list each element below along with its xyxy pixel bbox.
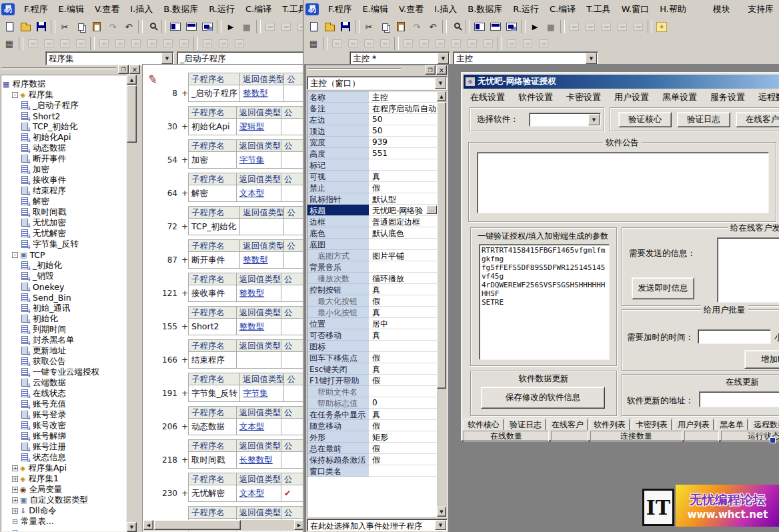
return-type-cell[interactable]: 长整数型 bbox=[237, 451, 281, 469]
find-icon[interactable] bbox=[448, 19, 464, 34]
debug-run-icon[interactable] bbox=[566, 19, 582, 34]
debug-run-icon[interactable] bbox=[262, 19, 278, 34]
tab-3[interactable]: 软件列表 bbox=[590, 419, 630, 430]
run-icon[interactable]: ▶ bbox=[223, 19, 239, 34]
subroutine-name-cell[interactable]: 接收事件 bbox=[188, 285, 237, 302]
tab-6[interactable]: 黑名单 bbox=[716, 419, 748, 430]
property-value[interactable] bbox=[369, 386, 438, 397]
property-row[interactable]: 最大化按钮假 bbox=[307, 295, 438, 307]
subroutine-name-cell[interactable]: 字节集_反转 bbox=[188, 385, 240, 402]
chevron-down-icon[interactable]: ▼ bbox=[588, 114, 600, 125]
fold-plus[interactable]: + bbox=[181, 155, 188, 165]
menu-item-2[interactable]: V.查看 bbox=[89, 2, 125, 17]
property-value[interactable] bbox=[369, 261, 438, 273]
property-row[interactable]: 帮助文件名 bbox=[307, 386, 438, 397]
fold-plus[interactable]: + bbox=[181, 422, 188, 431]
property-row[interactable]: 底图方式图片平铺 bbox=[307, 250, 438, 261]
public-flag-cell[interactable] bbox=[281, 318, 305, 335]
find-icon[interactable] bbox=[144, 19, 160, 34]
return-type-cell[interactable]: 文本型 bbox=[237, 185, 281, 202]
view-button-2[interactable]: 在线客户 bbox=[736, 112, 779, 127]
tree-item[interactable]: 接收事件 bbox=[1, 175, 126, 185]
property-value[interactable]: 普通固定边框 bbox=[369, 216, 438, 227]
stop-icon[interactable]: ■ bbox=[543, 19, 559, 34]
property-row[interactable]: 可否移动真 bbox=[307, 329, 438, 341]
make-same-size-icon[interactable] bbox=[480, 36, 496, 51]
property-value[interactable]: 居中 bbox=[369, 318, 438, 329]
form-menu-item-2[interactable]: 卡密设置 bbox=[560, 90, 608, 105]
property-value[interactable]: 无忧吧-网络验… bbox=[369, 205, 438, 216]
property-value[interactable]: 在程序启动后自动 bbox=[369, 103, 438, 114]
layout-vertical-icon[interactable] bbox=[167, 19, 183, 34]
tree-item[interactable]: -▣TCP bbox=[1, 249, 126, 260]
menu-item-7[interactable]: T.工具 bbox=[277, 2, 305, 17]
align-bottom-icon[interactable] bbox=[377, 36, 393, 51]
property-row[interactable]: 标题无忧吧-网络验… bbox=[307, 205, 438, 216]
property-value[interactable]: 50 bbox=[369, 114, 438, 125]
tree-toggle-icon[interactable]: + bbox=[12, 487, 18, 493]
layout-cascade-icon[interactable] bbox=[199, 19, 215, 34]
fit-height-icon[interactable] bbox=[215, 36, 231, 51]
announcement-textarea[interactable] bbox=[477, 152, 769, 213]
tab-5[interactable]: 用户列表 bbox=[674, 419, 714, 430]
run-icon[interactable]: ▶ bbox=[527, 19, 543, 34]
center-horizontal-icon[interactable] bbox=[400, 36, 416, 51]
form-menu-item-4[interactable]: 黑单设置 bbox=[656, 90, 704, 105]
center-in-window-icon[interactable] bbox=[231, 36, 247, 51]
step-over-icon[interactable] bbox=[278, 19, 294, 34]
property-value[interactable]: 循环播放 bbox=[369, 273, 438, 284]
redo-icon[interactable]: ↷ bbox=[409, 19, 425, 34]
property-value[interactable]: 主控 bbox=[369, 91, 438, 103]
align-right-icon[interactable] bbox=[41, 36, 57, 51]
component-combo[interactable]: 主控 ▼ bbox=[453, 51, 598, 65]
chevron-down-icon[interactable]: ▼ bbox=[435, 520, 446, 530]
tree-item[interactable]: 更新地址 bbox=[1, 345, 126, 356]
form-menu-item-5[interactable]: 服务设置 bbox=[704, 90, 752, 105]
property-value[interactable]: 假 bbox=[369, 454, 438, 465]
property-value[interactable]: 0 bbox=[369, 397, 438, 409]
save-icon[interactable] bbox=[33, 19, 49, 34]
tree-item[interactable]: 账号充值 bbox=[1, 399, 126, 409]
step-out-icon[interactable] bbox=[614, 19, 630, 34]
tree-item[interactable]: 账号改密 bbox=[1, 420, 126, 431]
menu-item-8[interactable]: W.窗口 bbox=[616, 2, 655, 17]
property-value[interactable]: 551 bbox=[369, 148, 438, 159]
property-value[interactable]: 真 bbox=[369, 409, 438, 420]
property-row[interactable]: 帮助标志值0 bbox=[307, 397, 438, 409]
menu-item-4[interactable]: B.数据库 bbox=[158, 2, 203, 17]
property-row[interactable]: 播放次数循环播放 bbox=[307, 273, 438, 284]
align-right-icon[interactable] bbox=[345, 36, 361, 51]
fold-plus[interactable]: + bbox=[181, 322, 188, 331]
subroutine-name-cell[interactable]: 结束程序 bbox=[188, 351, 237, 369]
tree-item[interactable]: Short2 bbox=[1, 111, 126, 121]
property-value[interactable]: 假 bbox=[369, 420, 438, 431]
center-vertical-icon[interactable] bbox=[416, 36, 432, 51]
tree-item[interactable]: +▣自定义数据类型 bbox=[1, 495, 126, 505]
menu-extra-item-1[interactable]: 支持库 bbox=[742, 2, 779, 17]
return-type-cell[interactable]: 逻辑型 bbox=[237, 118, 281, 135]
tree-item[interactable]: ⊟常量表... bbox=[1, 516, 126, 527]
form-menu-item-3[interactable]: 用户设置 bbox=[608, 90, 656, 105]
subroutine-name-cell[interactable]: 初始化Api bbox=[188, 118, 237, 135]
undo-icon[interactable]: ↶ bbox=[425, 19, 441, 34]
align-top-icon[interactable] bbox=[361, 36, 377, 51]
menu-item-4[interactable]: B.数据库 bbox=[462, 2, 508, 17]
fold-plus[interactable]: + bbox=[181, 389, 188, 398]
menu-item-1[interactable]: E.编辑 bbox=[53, 2, 89, 17]
copy-icon[interactable] bbox=[73, 19, 89, 34]
menu-extra-item-0[interactable]: 模块 bbox=[708, 2, 736, 17]
property-row[interactable]: 顶边50 bbox=[307, 125, 438, 137]
copy-icon[interactable] bbox=[377, 19, 393, 34]
property-value[interactable]: 假 bbox=[369, 295, 438, 307]
add-time-button[interactable]: 增加时间 bbox=[744, 350, 779, 369]
property-value[interactable]: 真 bbox=[369, 171, 438, 182]
return-type-cell[interactable]: 文本型 bbox=[237, 485, 281, 502]
tree-item[interactable]: 解密 bbox=[1, 196, 126, 207]
property-value[interactable]: 939 bbox=[369, 137, 438, 148]
layout-horizontal-icon[interactable] bbox=[488, 19, 504, 34]
tree-item[interactable]: _启动子程序 bbox=[1, 100, 126, 111]
form-menu-item-6[interactable]: 远程数据 bbox=[752, 90, 779, 105]
center-in-window-icon[interactable] bbox=[536, 36, 552, 51]
add-time-input[interactable] bbox=[698, 329, 771, 344]
align-bottom-icon[interactable] bbox=[73, 36, 89, 51]
